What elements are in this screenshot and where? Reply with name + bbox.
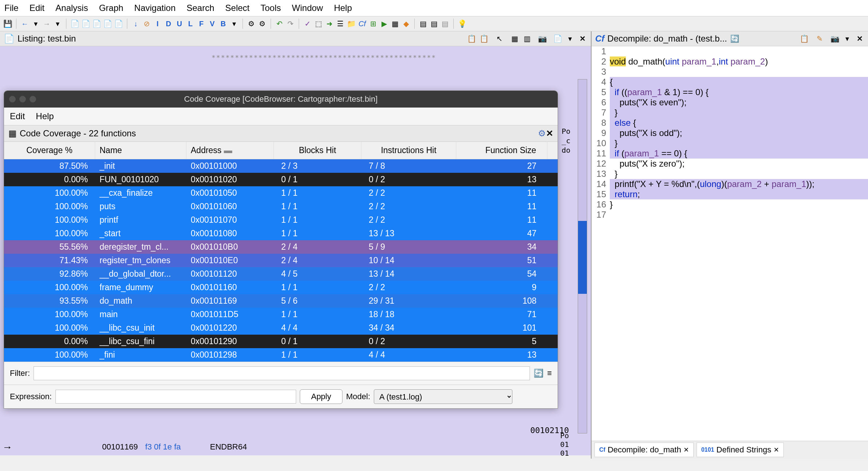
f-icon[interactable]: F — [197, 19, 206, 28]
window-icon[interactable]: ▤ — [440, 19, 450, 28]
check-icon[interactable]: ✓ — [303, 19, 312, 28]
window-icon[interactable]: ▤ — [429, 19, 439, 28]
bulb-icon[interactable]: 💡 — [457, 19, 467, 28]
redo-icon[interactable]: ↷ — [286, 19, 295, 28]
code-line[interactable]: 1 — [592, 46, 868, 57]
l-icon[interactable]: L — [186, 19, 195, 28]
close-icon[interactable]: ✕ — [774, 446, 779, 454]
undo-icon[interactable]: ↶ — [275, 19, 284, 28]
code-line[interactable]: 16} — [592, 199, 868, 210]
code-line[interactable]: 14 printf("X + Y = %d\n",(ulong)(param_2… — [592, 179, 868, 189]
table-row[interactable]: 0.00%FUN_001010200x001010200 / 10 / 213 — [4, 173, 558, 186]
menu-edit[interactable]: Edit — [10, 111, 25, 121]
list-icon[interactable]: ☰ — [336, 19, 345, 28]
copy-icon[interactable]: 📋 — [799, 34, 809, 43]
back-icon[interactable]: ← — [20, 19, 30, 28]
header-coverage[interactable]: Coverage % — [4, 142, 95, 159]
filter-settings-icon[interactable]: ≡ — [547, 369, 552, 378]
doc-icon[interactable]: 📄 — [103, 19, 112, 28]
tab-defined-strings[interactable]: 0101Defined Strings✕ — [697, 443, 784, 457]
traffic-lights[interactable] — [9, 96, 36, 102]
code-line[interactable]: 3 — [592, 67, 868, 77]
edit-icon[interactable]: ✎ — [815, 34, 824, 43]
table-row[interactable]: 93.55%do_math0x001011695 / 629 / 31108 — [4, 294, 558, 308]
layout-icon[interactable]: ▥ — [522, 34, 532, 43]
table-row[interactable]: 100.00%frame_dummy0x001011601 / 12 / 29 — [4, 281, 558, 294]
menu-help[interactable]: Help — [36, 111, 54, 121]
dropdown-icon[interactable]: ▾ — [229, 19, 239, 28]
tool-icon[interactable]: ⚙ — [257, 19, 267, 28]
table-row[interactable]: 100.00%_fini0x001012981 / 14 / 413 — [4, 348, 558, 362]
doc-icon[interactable]: 📄 — [81, 19, 90, 28]
camera-icon[interactable]: 📷 — [830, 34, 840, 43]
copy-icon[interactable]: 📋 — [467, 34, 476, 43]
forward-icon[interactable]: → — [42, 19, 51, 28]
table-row[interactable]: 100.00%_start0x001010801 / 113 / 1347 — [4, 227, 558, 240]
layout-icon[interactable]: ▦ — [510, 34, 519, 43]
code-line[interactable]: 7 } — [592, 108, 868, 118]
menu-search[interactable]: Search — [187, 3, 214, 13]
table-row[interactable]: 0.00%__libc_csu_fini0x001012900 / 10 / 2… — [4, 335, 558, 348]
gear-icon[interactable]: ⚙ — [538, 128, 546, 139]
table-row[interactable]: 100.00%puts0x001010601 / 12 / 211 — [4, 200, 558, 213]
apply-button[interactable]: Apply — [300, 389, 342, 404]
refresh-icon[interactable]: 🔄 — [730, 34, 739, 43]
dropdown-icon[interactable]: ▾ — [31, 19, 40, 28]
menu-edit[interactable]: Edit — [30, 3, 44, 13]
d-icon[interactable]: D — [164, 19, 173, 28]
code-line[interactable]: 17 — [592, 210, 868, 220]
code-line[interactable]: 4{ — [592, 77, 868, 87]
code-line[interactable]: 12 puts("X is zero"); — [592, 159, 868, 169]
binary-icon[interactable]: ⬚ — [314, 19, 323, 28]
arrow-icon[interactable]: ➜ — [325, 19, 334, 28]
table-row[interactable]: 100.00%__cxa_finalize0x001010501 / 12 / … — [4, 186, 558, 200]
doc-icon[interactable]: 📄 — [92, 19, 101, 28]
header-blocks[interactable]: Blocks Hit — [274, 142, 361, 159]
menu-graph[interactable]: Graph — [99, 3, 123, 13]
table-row[interactable]: 100.00%printf0x001010701 / 12 / 211 — [4, 213, 558, 227]
coverage-headers[interactable]: Coverage % Name Address ▬ Blocks Hit Ins… — [4, 142, 558, 159]
folder-icon[interactable]: 📁 — [346, 19, 356, 28]
code-line[interactable]: 5 if ((param_1 & 1) == 0) { — [592, 87, 868, 97]
paste-icon[interactable]: 📋 — [479, 34, 489, 43]
menu-select[interactable]: Select — [225, 3, 250, 13]
menu-analysis[interactable]: Analysis — [55, 3, 88, 13]
i-icon[interactable]: I — [153, 19, 162, 28]
close-icon[interactable]: ✕ — [855, 34, 864, 43]
coverage-rows[interactable]: 87.50%_init0x001010002 / 37 / 8270.00%FU… — [4, 159, 558, 362]
camera-icon[interactable]: 📷 — [538, 34, 547, 43]
dropdown-icon[interactable]: ▾ — [565, 34, 575, 43]
filter-apply-icon[interactable]: 🔄 — [534, 369, 543, 378]
header-size[interactable]: Function Size — [456, 142, 547, 159]
table-row[interactable]: 100.00%main0x001011D51 / 118 / 1871 — [4, 308, 558, 321]
model-select[interactable]: A (test1.log) — [374, 389, 512, 404]
overview-strip[interactable] — [578, 79, 587, 433]
expression-input[interactable] — [55, 390, 296, 404]
cf-icon[interactable]: Cf — [357, 19, 367, 28]
table-row[interactable]: 92.86%__do_global_dtor...0x001011204 / 5… — [4, 267, 558, 281]
down-arrow-icon[interactable]: ↓ — [131, 19, 140, 28]
play-icon[interactable]: ▶ — [379, 19, 389, 28]
header-instructions[interactable]: Instructions Hit — [361, 142, 456, 159]
filter-input[interactable] — [34, 366, 530, 380]
save-icon[interactable]: 💾 — [3, 19, 12, 28]
chip-icon[interactable]: ▦ — [390, 19, 400, 28]
menu-window[interactable]: Window — [292, 3, 323, 13]
tree-icon[interactable]: ⊞ — [368, 19, 378, 28]
diamond-icon[interactable]: ◆ — [401, 19, 411, 28]
dropdown-icon[interactable]: ▾ — [842, 34, 852, 43]
doc-icon[interactable]: 📄 — [114, 19, 123, 28]
u-icon[interactable]: U — [175, 19, 184, 28]
close-icon[interactable]: ✕ — [683, 446, 689, 454]
coverage-title-bar[interactable]: Code Coverage [CodeBrowser: Cartographer… — [4, 91, 558, 108]
menu-tools[interactable]: Tools — [260, 3, 281, 13]
cursor-icon[interactable]: ↖ — [495, 34, 504, 43]
code-line[interactable]: 6 puts("X is even"); — [592, 97, 868, 108]
circle-icon[interactable]: ⊘ — [142, 19, 151, 28]
menu-help[interactable]: Help — [334, 3, 352, 13]
dropdown-icon[interactable]: ▾ — [53, 19, 62, 28]
table-row[interactable]: 87.50%_init0x001010002 / 37 / 827 — [4, 159, 558, 173]
code-line[interactable]: 9 puts("X is odd"); — [592, 128, 868, 138]
code-line[interactable]: 13 } — [592, 169, 868, 179]
table-row[interactable]: 100.00%__libc_csu_init0x001012204 / 434 … — [4, 321, 558, 335]
